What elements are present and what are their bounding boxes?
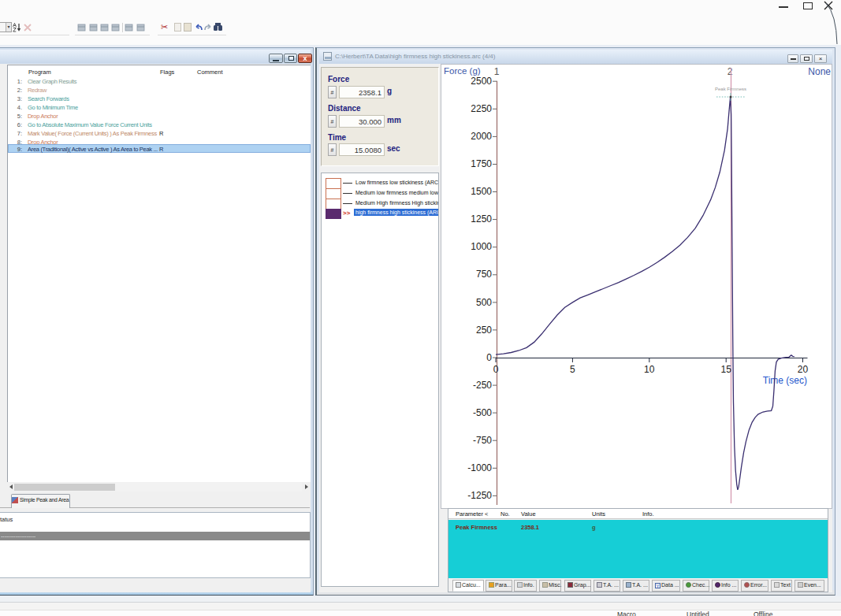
svg-text:20: 20	[798, 364, 809, 375]
svg-text:10: 10	[644, 364, 655, 375]
svg-text:1000: 1000	[471, 241, 492, 252]
svg-text:1750: 1750	[471, 158, 492, 169]
svg-text:2: 2	[728, 66, 733, 77]
svg-text:2250: 2250	[471, 103, 492, 114]
svg-text:-500: -500	[473, 407, 492, 418]
svg-text:None: None	[808, 66, 831, 77]
svg-text:1: 1	[494, 66, 500, 77]
svg-text:500: 500	[476, 297, 492, 308]
svg-text:5: 5	[570, 364, 575, 375]
svg-text:750: 750	[476, 269, 492, 280]
svg-text:1250: 1250	[471, 213, 492, 225]
svg-text:0: 0	[486, 352, 492, 363]
svg-text:2000: 2000	[471, 131, 492, 142]
svg-text:15: 15	[721, 364, 732, 375]
svg-text:-750: -750	[473, 435, 492, 446]
svg-text:-1250: -1250	[467, 490, 492, 501]
svg-text:2500: 2500	[471, 76, 492, 87]
svg-text:Time (sec): Time (sec)	[763, 375, 807, 386]
svg-text:-1000: -1000	[467, 462, 492, 473]
svg-text:Force (g): Force (g)	[444, 66, 481, 76]
svg-text:Peak Firmness: Peak Firmness	[715, 87, 746, 91]
svg-text:0: 0	[493, 364, 499, 375]
svg-text:-250: -250	[473, 380, 492, 391]
svg-text:250: 250	[476, 325, 492, 336]
svg-text:1500: 1500	[471, 186, 492, 197]
